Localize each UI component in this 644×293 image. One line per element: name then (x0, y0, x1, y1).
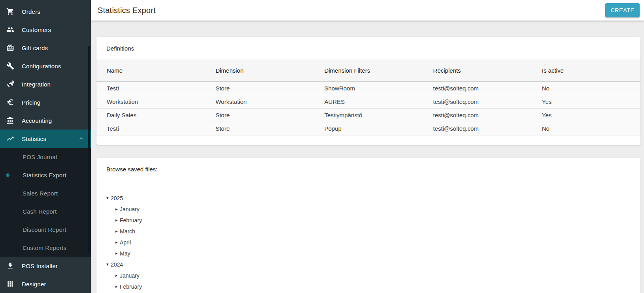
giftcard-icon (6, 44, 14, 52)
saved-files-card-title: Browse saved files: (96, 158, 640, 181)
cell-name: Workstation (96, 95, 205, 108)
sidebar-item-orders[interactable]: Orders (0, 2, 91, 21)
tree-node-label: 2024 (111, 261, 123, 268)
cell-is-active: No (532, 81, 640, 95)
sidebar-item-label: Configurations (22, 63, 61, 69)
sidebar-subitem-label: Statistics Export (23, 172, 66, 178)
main-area: Statistics Export CREATE Definitions Nam… (91, 0, 644, 293)
saved-files-card: Browse saved files: ▾2025▸January▸Februa… (96, 158, 640, 293)
tree-expanded-icon: ▾ (106, 262, 111, 267)
tree-node-2024[interactable]: ▾2024 (106, 259, 631, 270)
table-row[interactable]: Daily SalesStoreTestiympäristötesti@solt… (96, 108, 640, 122)
sidebar-subitem-label: POS Journal (23, 154, 57, 160)
cart-icon (6, 8, 14, 15)
tree-node-2025-april[interactable]: ▸April (106, 237, 631, 248)
sidebar-item-label: Orders (22, 8, 40, 15)
sidebar-subitem-discount-report[interactable]: Discount Report (0, 220, 91, 239)
sidebar-item-label: Designer (22, 281, 46, 287)
sidebar-item-label: Accounting (22, 117, 52, 124)
cell-dimension: Workstation (205, 95, 314, 108)
bank-icon (6, 116, 14, 124)
sidebar-item-designer[interactable]: Designer (0, 275, 91, 293)
globe-lock-icon (6, 80, 14, 88)
sidebar-item-accounting[interactable]: Accounting (0, 111, 91, 130)
top-bar: Statistics Export CREATE (91, 0, 644, 21)
sidebar: OrdersCustomersGift cardsConfigurationsI… (0, 0, 91, 293)
sidebar-item-pos-installer[interactable]: POS Installer (0, 257, 91, 275)
cell-dimension: Store (205, 108, 314, 122)
sidebar-item-label: Gift cards (22, 45, 48, 51)
tree-node-label: April (120, 239, 131, 246)
euro-icon (6, 98, 14, 106)
tree-node-2025-may[interactable]: ▸May (106, 248, 631, 259)
tree-node-2025-march[interactable]: ▸March (106, 226, 631, 237)
table-row[interactable]: TestiStorePopuptesti@solteq.comNo (96, 122, 640, 135)
sidebar-subitem-label: Sales Report (23, 190, 58, 197)
cell-recipients: testi@solteq.com (423, 95, 532, 108)
sidebar-item-pricing[interactable]: Pricing (0, 93, 91, 111)
column-header-recipients: Recipients (423, 60, 532, 81)
statistics-submenu: POS JournalStatistics ExportSales Report… (0, 148, 91, 257)
sidebar-item-statistics[interactable]: Statistics (0, 130, 91, 148)
chevron-up-icon[interactable] (77, 135, 85, 143)
sidebar-subitem-label: Custom Reports (23, 244, 66, 251)
cell-recipients: testi@solteq.com (423, 81, 532, 95)
page-content: Definitions NameDimensionDimension Filte… (91, 21, 644, 293)
sidebar-subitem-custom-reports[interactable]: Custom Reports (0, 239, 91, 257)
sidebar-item-label: Integration (22, 81, 51, 88)
sidebar-item-label: POS Installer (22, 263, 58, 269)
page-title: Statistics Export (98, 6, 156, 15)
cell-dimension-filters: AURES (314, 95, 423, 108)
app-root: OrdersCustomersGift cardsConfigurationsI… (0, 0, 644, 293)
sidebar-subitem-sales-report[interactable]: Sales Report (0, 184, 91, 202)
cell-is-active: No (532, 122, 640, 135)
cell-dimension: Store (205, 122, 314, 135)
tree-node-2025[interactable]: ▾2025 (106, 193, 631, 204)
sidebar-subitem-statistics-export[interactable]: Statistics Export (0, 166, 91, 184)
create-button[interactable]: CREATE (605, 3, 640, 17)
sidebar-item-label: Pricing (22, 99, 40, 106)
sidebar-item-gift-cards[interactable]: Gift cards (0, 39, 91, 57)
column-header-dimension-filters: Dimension Filters (314, 60, 423, 81)
cell-dimension-filters: Testiympäristö (314, 108, 423, 122)
cell-recipients: testi@solteq.com (423, 108, 532, 122)
cell-dimension: Store (205, 81, 314, 95)
tree-node-label: February (120, 284, 142, 290)
tree-node-label: January (120, 272, 140, 279)
definitions-table: NameDimensionDimension FiltersRecipients… (96, 60, 640, 135)
wrench-icon (6, 62, 14, 70)
tree-node-2024-february[interactable]: ▸February (106, 281, 631, 292)
tree-node-2024-january[interactable]: ▸January (106, 270, 631, 281)
sidebar-item-customers[interactable]: Customers (0, 21, 91, 39)
cell-dimension-filters: ShowRoom (314, 81, 423, 95)
tree-collapsed-icon: ▸ (115, 284, 120, 289)
table-row[interactable]: WorkstationWorkstationAUREStesti@solteq.… (96, 95, 640, 108)
definitions-table-header-row: NameDimensionDimension FiltersRecipients… (96, 60, 640, 81)
chevron-up-icon (77, 135, 85, 143)
sidebar-item-integration[interactable]: Integration (0, 75, 91, 93)
sidebar-subitem-pos-journal[interactable]: POS Journal (0, 148, 91, 166)
sidebar-subitem-cash-report[interactable]: Cash Report (0, 202, 91, 220)
tree-collapsed-icon: ▸ (115, 273, 120, 278)
cell-name: Testi (96, 81, 205, 95)
tree-node-label: March (120, 228, 135, 235)
active-item-dot (6, 173, 9, 177)
tree-node-2025-february[interactable]: ▸February (106, 215, 631, 226)
table-row[interactable]: TestiStoreShowRoomtesti@solteq.comNo (96, 81, 640, 95)
definitions-card-title: Definitions (96, 37, 640, 60)
tree-collapsed-icon: ▸ (115, 207, 120, 211)
download-icon (6, 262, 14, 270)
people-icon (6, 26, 14, 34)
cell-dimension-filters: Popup (314, 122, 423, 135)
cell-is-active: Yes (532, 95, 640, 108)
tree-collapsed-icon: ▸ (115, 229, 120, 233)
sidebar-item-configurations[interactable]: Configurations (0, 57, 91, 75)
sidebar-item-label: Statistics (22, 135, 46, 142)
tree-collapsed-icon: ▸ (115, 218, 120, 222)
sidebar-scrollbar-thumb[interactable] (88, 46, 90, 253)
tree-node-2025-january[interactable]: ▸January (106, 204, 631, 215)
cell-name: Daily Sales (96, 108, 205, 122)
trending-up-icon (6, 135, 14, 143)
sidebar-main-nav: OrdersCustomersGift cardsConfigurationsI… (0, 2, 91, 148)
column-header-dimension: Dimension (205, 60, 314, 81)
